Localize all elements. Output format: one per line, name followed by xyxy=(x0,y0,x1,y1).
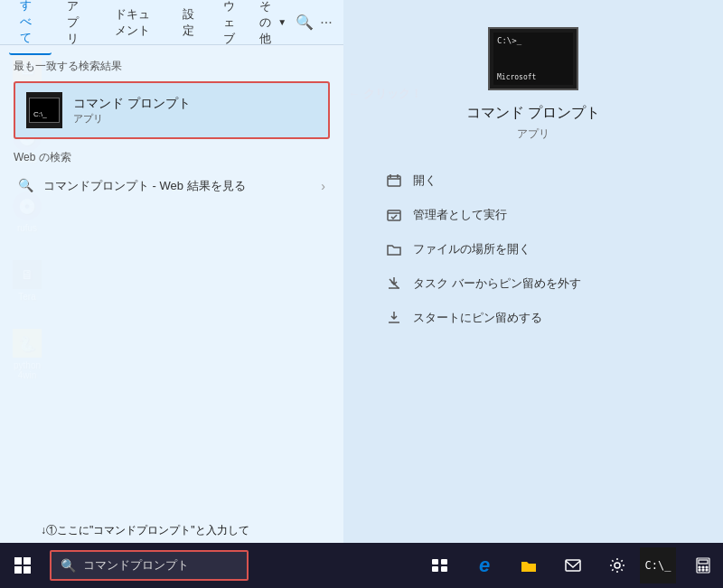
cmd-taskbar-btn[interactable]: C:\_ xyxy=(640,547,676,583)
svg-point-20 xyxy=(706,569,708,571)
svg-rect-8 xyxy=(441,559,447,565)
more-options-btn[interactable]: ··· xyxy=(318,9,334,36)
web-search-item[interactable]: 🔍 コマンドプロンプト - Web 結果を見る › xyxy=(14,171,330,201)
taskbar: 🔍 コマンドプロンプト e xyxy=(0,543,723,588)
svg-rect-3 xyxy=(14,557,22,565)
action-run-as-admin[interactable]: 管理者として実行 xyxy=(380,199,687,231)
calculator-btn[interactable] xyxy=(683,543,723,588)
unpin-taskbar-icon xyxy=(384,274,404,294)
svg-point-17 xyxy=(706,566,708,568)
best-match-name: コマンド プロンプト xyxy=(73,96,191,112)
svg-rect-11 xyxy=(566,560,580,571)
svg-rect-7 xyxy=(432,559,438,565)
taskbar-search-box[interactable]: 🔍 コマンドプロンプト xyxy=(50,550,249,581)
detail-app-name: コマンド プロンプト xyxy=(466,104,600,123)
action-list: 開く 管理者として実行 ファイルの場所を開く xyxy=(380,164,687,334)
svg-rect-1 xyxy=(388,210,400,220)
mail-btn[interactable] xyxy=(553,543,593,588)
detail-app-type: アプリ xyxy=(517,126,549,142)
app-preview-icon: C:\>_ Microsoft xyxy=(488,27,578,90)
search-icon-btn[interactable]: 🔍 xyxy=(296,9,314,36)
pin-start-icon xyxy=(384,308,404,328)
best-match-label: 最も一致する検索結果 xyxy=(14,59,330,74)
svg-point-18 xyxy=(699,569,700,571)
web-search-text: コマンドプロンプト - Web 結果を見る xyxy=(43,178,321,194)
search-loop-icon: 🔍 xyxy=(18,178,34,194)
folder-icon xyxy=(384,239,404,259)
action-unpin-taskbar[interactable]: タスク バーからピン留めを外す xyxy=(380,267,687,300)
svg-rect-9 xyxy=(432,566,438,572)
action-location-label: ファイルの場所を開く xyxy=(413,241,531,257)
open-icon xyxy=(384,171,404,191)
file-explorer-btn[interactable] xyxy=(509,543,549,588)
task-view-btn[interactable] xyxy=(420,543,460,588)
svg-point-16 xyxy=(702,566,704,568)
svg-point-12 xyxy=(615,563,620,568)
svg-point-19 xyxy=(702,569,704,571)
svg-point-15 xyxy=(699,566,700,568)
tab-bar: すべて アプリ ドキュメント 設定 ウェブ その他 ▼ 🔍 ··· xyxy=(0,0,343,45)
tab-docs[interactable]: ドキュメント xyxy=(104,0,168,46)
desktop: ⊞ Micros 💿 rufus 💿 rufus 🖥 Tera 🐍 python… xyxy=(0,0,723,588)
web-section-label: Web の検索 xyxy=(14,150,330,165)
admin-icon xyxy=(384,205,404,225)
search-panel: すべて アプリ ドキュメント 設定 ウェブ その他 ▼ 🔍 ··· 最も一致する… xyxy=(0,0,343,543)
tab-more[interactable]: その他 ▼ xyxy=(259,0,286,47)
action-pin-start[interactable]: スタートにピン留めする xyxy=(380,302,687,334)
taskbar-search-icon: 🔍 xyxy=(61,558,76,573)
svg-rect-5 xyxy=(14,566,22,574)
settings-btn[interactable] xyxy=(597,543,637,588)
best-match-type: アプリ xyxy=(73,112,191,126)
bottom-annotation: ↓①ここに"コマンドプロンプト"と入力して xyxy=(41,523,249,538)
action-unpin-taskbar-label: タスク バーからピン留めを外す xyxy=(413,275,581,292)
svg-rect-6 xyxy=(23,566,31,574)
tab-settings[interactable]: 設定 xyxy=(172,0,208,46)
svg-rect-10 xyxy=(441,566,447,572)
cmd-app-icon: C:\_ xyxy=(26,92,62,128)
start-button[interactable] xyxy=(0,543,45,588)
taskbar-search-input[interactable]: コマンドプロンプト xyxy=(83,557,189,574)
svg-rect-4 xyxy=(23,557,31,565)
action-admin-label: 管理者として実行 xyxy=(413,207,507,223)
action-pin-start-label: スタートにピン留めする xyxy=(413,310,542,326)
svg-rect-14 xyxy=(699,560,708,564)
search-content: 最も一致する検索結果 C:\_ コマンド プロンプト アプリ Web の検索 🔍… xyxy=(0,45,343,543)
action-open-location[interactable]: ファイルの場所を開く xyxy=(380,233,687,266)
chevron-right-icon: › xyxy=(321,179,325,193)
action-open[interactable]: 開く xyxy=(380,164,687,197)
svg-rect-0 xyxy=(388,176,400,186)
best-match-item[interactable]: C:\_ コマンド プロンプト アプリ xyxy=(14,81,330,139)
detail-panel: C:\>_ Microsoft コマンド プロンプト アプリ 開く xyxy=(343,0,723,543)
action-open-label: 開く xyxy=(413,173,437,189)
edge-btn[interactable]: e xyxy=(465,543,504,588)
